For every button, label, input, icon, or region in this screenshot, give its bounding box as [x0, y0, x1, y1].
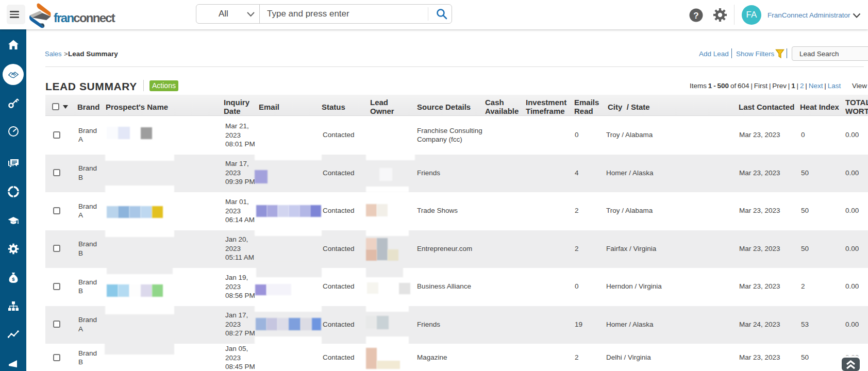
svg-text:?: ? — [693, 11, 698, 21]
svg-text:$: $ — [12, 276, 15, 282]
